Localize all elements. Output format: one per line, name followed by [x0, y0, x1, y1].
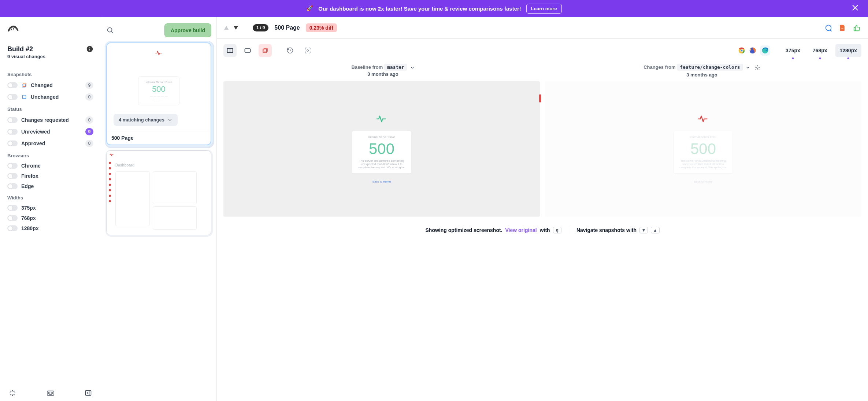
footer-msg: Showing optimized screenshot. — [426, 227, 502, 233]
preview-heading: Internal Server Error — [141, 80, 177, 84]
changes-header: Changes from feature/change-colors 3 mon… — [542, 64, 861, 78]
side-by-side-icon[interactable] — [223, 44, 237, 57]
filter-changes-requested[interactable]: Changes requested 0 — [7, 114, 93, 126]
chevron-down-icon[interactable] — [410, 65, 415, 70]
approve-build-button[interactable]: Approve build — [164, 23, 211, 37]
matching-changes-chip[interactable]: 4 matching changes — [114, 114, 178, 126]
approve-icon[interactable] — [853, 24, 861, 32]
filter-approved[interactable]: Approved 0 — [7, 138, 93, 149]
edge-icon[interactable] — [760, 45, 770, 56]
close-icon[interactable] — [851, 4, 859, 12]
error-desc: The server encountered something unexpec… — [355, 159, 408, 169]
svg-point-1 — [89, 48, 90, 48]
toggle[interactable] — [7, 117, 18, 123]
chevron-down-icon[interactable] — [746, 65, 750, 70]
svg-point-13 — [307, 50, 308, 51]
history-icon[interactable] — [283, 44, 297, 57]
banner-text: Our dashboard is now 2x faster! Save you… — [318, 5, 521, 12]
view-toolbar: 375px 768px 1280px — [217, 39, 868, 62]
width-1280[interactable]: 1280px — [835, 44, 861, 57]
search-icon[interactable] — [106, 26, 114, 34]
diff-percentage: 0.23% diff — [306, 23, 337, 32]
filter-chrome[interactable]: Chrome — [7, 161, 93, 171]
filter-1280[interactable]: 1280px — [7, 223, 93, 233]
baseline-branch[interactable]: master — [384, 64, 407, 71]
loading-icon[interactable] — [9, 389, 16, 397]
panel-toggle-icon[interactable] — [85, 389, 92, 397]
toggle[interactable] — [7, 94, 18, 100]
baseline-pane[interactable]: Internal Server Error 500 The server enc… — [223, 81, 540, 217]
filter-label: Chrome — [21, 163, 41, 169]
section-label-browsers: Browsers — [7, 153, 93, 158]
filter-unchanged[interactable]: Unchanged 0 — [7, 91, 93, 103]
filter-375[interactable]: 375px — [7, 203, 93, 213]
filter-edge[interactable]: Edge — [7, 181, 93, 191]
error-heading: Internal Server Error — [677, 135, 730, 139]
section-label-snapshots: Snapshots — [7, 72, 93, 77]
toggle[interactable] — [7, 215, 18, 221]
build-title: Build #2 — [7, 45, 45, 53]
baseline-header: Baseline from master 3 months ago — [223, 64, 542, 78]
toggle[interactable] — [7, 205, 18, 211]
single-view-icon[interactable] — [241, 44, 254, 57]
toggle[interactable] — [7, 129, 18, 135]
sidebar: Build #2 9 visual changes Snapshots Chan… — [0, 17, 101, 401]
section-label-widths: Widths — [7, 195, 93, 200]
chrome-icon[interactable] — [738, 47, 745, 54]
keyboard-icon[interactable] — [47, 389, 55, 397]
filter-label: Firefox — [21, 173, 38, 179]
snapshot-title: 500 Page — [107, 131, 211, 145]
svg-rect-7 — [86, 390, 91, 395]
svg-rect-3 — [23, 83, 26, 87]
snapshot-card-500[interactable]: Internal Server Error 500 — — — — —— — —… — [106, 42, 211, 145]
width-768[interactable]: 768px — [808, 44, 832, 57]
svg-rect-2 — [89, 49, 90, 50]
learn-more-button[interactable]: Learn more — [526, 4, 562, 14]
filter-label: Edge — [21, 183, 34, 189]
filter-unreviewed[interactable]: Unreviewed 9 — [7, 126, 93, 138]
toggle[interactable] — [7, 82, 18, 88]
filter-label: Changed — [31, 82, 53, 88]
error-code: 500 — [355, 140, 408, 158]
svg-point-16 — [741, 50, 743, 52]
snapshot-card-dashboard[interactable]: Dashboard — [106, 150, 211, 235]
footer-nav: Navigate snapshots with — [576, 227, 637, 233]
footer-bar: Showing optimized screenshot. View origi… — [217, 217, 868, 244]
focus-icon[interactable] — [301, 44, 314, 57]
filter-label: Approved — [21, 140, 45, 146]
announcement-banner: 🚀 Our dashboard is now 2x faster! Save y… — [0, 0, 868, 17]
changes-pane[interactable]: Internal Server Error 500 The server enc… — [545, 81, 861, 217]
count-badge: 9 — [85, 82, 93, 89]
filter-label: 375px — [21, 205, 36, 211]
footer-with: with — [540, 227, 550, 233]
request-changes-icon[interactable] — [839, 24, 846, 32]
filter-label: 1280px — [21, 225, 38, 231]
error-code: 500 — [677, 140, 730, 158]
width-375[interactable]: 375px — [781, 44, 805, 57]
toggle[interactable] — [7, 225, 18, 231]
toggle[interactable] — [7, 173, 18, 179]
svg-point-19 — [757, 67, 758, 68]
prev-snapshot-icon[interactable] — [223, 25, 229, 30]
filter-changed[interactable]: Changed 9 — [7, 79, 93, 91]
preview-title: Dashboard — [115, 163, 134, 167]
filter-label: Unchanged — [31, 94, 59, 100]
diff-overlay-icon[interactable] — [259, 44, 272, 57]
toggle[interactable] — [7, 183, 18, 189]
app-logo[interactable] — [7, 24, 93, 34]
info-icon[interactable] — [86, 45, 93, 53]
view-original-link[interactable]: View original — [505, 227, 537, 233]
toggle[interactable] — [7, 140, 18, 146]
unchanged-icon — [21, 94, 27, 100]
comment-icon[interactable] — [824, 24, 832, 32]
snapshot-list: Approve build Internal Server Error 500 … — [101, 17, 217, 401]
next-snapshot-icon[interactable] — [233, 25, 239, 30]
firefox-icon[interactable] — [749, 47, 756, 54]
changes-branch[interactable]: feature/change-colors — [677, 64, 743, 71]
settings-icon[interactable] — [754, 65, 760, 71]
section-label-status: Status — [7, 106, 93, 112]
toggle[interactable] — [7, 163, 18, 169]
filter-768[interactable]: 768px — [7, 213, 93, 223]
separator — [569, 226, 569, 234]
filter-firefox[interactable]: Firefox — [7, 171, 93, 181]
